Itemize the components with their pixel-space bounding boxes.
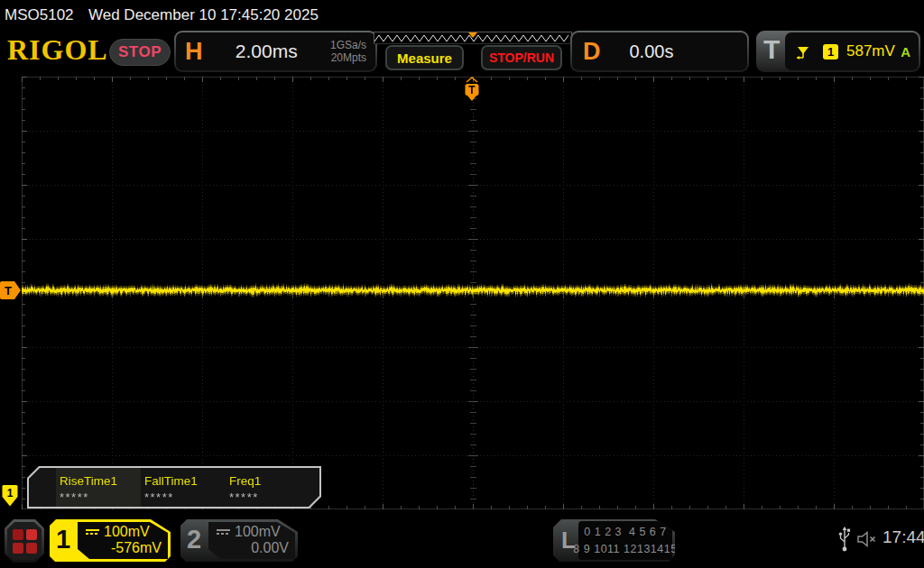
- channel1-button[interactable]: 1 100mV -576mV: [50, 519, 171, 562]
- logic-row-1: 0 1 2 3 4 5 6 7: [584, 524, 666, 541]
- delay-label: D: [583, 38, 601, 66]
- clock-display: 17:44: [882, 527, 924, 547]
- run-state-badge[interactable]: STOP: [109, 39, 171, 66]
- grid-menu-button[interactable]: [5, 519, 44, 563]
- trigger-level-marker[interactable]: T: [0, 281, 22, 299]
- status-bar: MSO5102 Wed December 10 17:45:20 2025: [0, 0, 924, 29]
- memory-depth-value: 20Mpts: [330, 51, 366, 64]
- channel2-offset: 0.00V: [217, 540, 289, 556]
- trigger-level-value: 587mV: [846, 42, 895, 60]
- logic-channels-button[interactable]: L 0 1 2 3 4 5 6 7 8 9 1011 12131415: [553, 519, 675, 562]
- edge-trigger-icon: [794, 43, 812, 60]
- channel2-number: 2: [187, 525, 201, 554]
- model-name: MSO5102: [5, 6, 74, 24]
- measurement-panel[interactable]: RiseTime1 ***** FallTime1 ***** Freq1 **…: [27, 466, 321, 508]
- trigger-label: T: [763, 34, 780, 65]
- measurement-value: *****: [144, 490, 226, 504]
- svg-text:T: T: [468, 84, 476, 96]
- waveform-display: [22, 77, 924, 509]
- bottom-bar: 1 100mV -576mV 2 100mV 0.00V L: [0, 514, 924, 568]
- measurement-panel-body: RiseTime1 ***** FallTime1 ***** Freq1 **…: [29, 468, 319, 507]
- delay-value: 0.00s: [630, 41, 674, 62]
- sample-rate-value: 1GSa/s: [330, 39, 366, 51]
- delay-settings-inner: D 0.00s: [572, 32, 747, 70]
- measurement-label: RiseTime1: [60, 474, 141, 488]
- grid-square: [26, 543, 37, 554]
- measurement-label: FallTime1: [144, 474, 226, 488]
- grid-square: [13, 529, 23, 540]
- measurement-value: *****: [229, 490, 310, 504]
- measure-button[interactable]: Measure: [385, 45, 464, 70]
- header-toolbar: RIGOL STOP H 2.00ms 1GSa/s 20Mpts Measur…: [0, 29, 924, 76]
- timebase-value: 2.00ms: [203, 41, 330, 62]
- stop-run-button[interactable]: STOP/RUN: [481, 45, 562, 70]
- oscilloscope-screen: MSO5102 Wed December 10 17:45:20 2025 RI…: [0, 0, 924, 568]
- speaker-muted-icon[interactable]: [855, 529, 879, 549]
- channel2-scale: 100mV: [235, 524, 281, 540]
- measurement-item[interactable]: Freq1 *****: [226, 468, 310, 507]
- channel1-number: 1: [56, 525, 70, 554]
- delay-settings-button[interactable]: D 0.00s: [570, 31, 749, 72]
- measurement-item[interactable]: FallTime1 *****: [141, 468, 226, 507]
- channel1-offset: -576mV: [86, 540, 162, 556]
- usb-icon: [837, 525, 852, 554]
- horizontal-settings-button[interactable]: H 2.00ms 1GSa/s 20Mpts: [174, 31, 377, 72]
- logic-row-2: 8 9 1011 12131415: [573, 541, 677, 558]
- trigger-settings-inner: 1 587mV A: [785, 32, 919, 70]
- logic-channel-list: 0 1 2 3 4 5 6 7 8 9 1011 12131415: [578, 521, 672, 560]
- horizontal-settings-inner: H 2.00ms 1GSa/s 20Mpts: [176, 32, 375, 70]
- dc-coupling-icon: [217, 529, 230, 535]
- measurement-label: Freq1: [229, 474, 310, 488]
- horizontal-label: H: [185, 38, 203, 66]
- sample-rate-block: 1GSa/s 20Mpts: [330, 39, 366, 65]
- channel1-info: 100mV -576mV: [78, 522, 168, 559]
- channel1-scale: 100mV: [104, 524, 150, 540]
- channel2-info: 100mV 0.00V: [208, 522, 295, 559]
- trigger-mode-badge: A: [901, 44, 910, 60]
- trigger-source-badge: 1: [823, 44, 838, 60]
- waveform-preview-strip[interactable]: [374, 32, 572, 44]
- trigger-position-marker[interactable]: T: [464, 77, 480, 102]
- preview-trigger-position-icon: [468, 32, 477, 38]
- measurement-item[interactable]: RiseTime1 *****: [56, 468, 141, 507]
- channel2-button[interactable]: 2 100mV 0.00V: [180, 519, 298, 562]
- grid-icon: [7, 522, 42, 560]
- svg-text:1: 1: [7, 487, 14, 499]
- grid-square: [13, 543, 23, 554]
- graticule: T T 1 RiseTime1 ***** FallTime1 *****: [0, 77, 924, 509]
- measurement-value: *****: [60, 490, 141, 504]
- datetime-text: Wed December 10 17:45:20 2025: [88, 6, 319, 24]
- rigol-logo: RIGOL: [7, 33, 108, 67]
- dc-coupling-icon: [86, 529, 99, 535]
- trigger-settings-button[interactable]: T 1 587mV A: [756, 31, 920, 72]
- svg-text:T: T: [5, 284, 12, 298]
- grid-square: [26, 529, 37, 540]
- channel1-position-marker[interactable]: 1: [2, 485, 18, 507]
